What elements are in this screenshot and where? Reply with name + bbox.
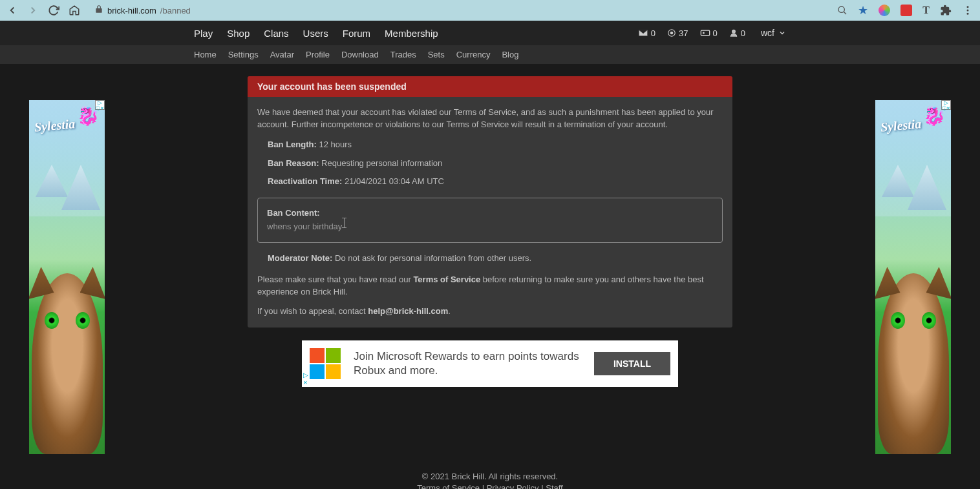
ban-reactivation-row: Reactivation Time: 21/04/2021 03:04 AM U… xyxy=(257,176,723,188)
appeal-email-link[interactable]: help@brick-hill.com xyxy=(368,306,448,316)
ban-content-value: whens your birthday xyxy=(267,222,342,231)
stat-friends-value: 0 xyxy=(741,28,745,38)
subnav-home[interactable]: Home xyxy=(194,50,217,59)
url-domain: brick-hill.com xyxy=(107,6,156,16)
ad-banner-text: Join Microsoft Rewards to earn points to… xyxy=(354,349,581,378)
ban-content-box: Ban Content: whens your birthday xyxy=(257,198,723,243)
chevron-down-icon xyxy=(778,29,786,37)
appeal-text: If you wish to appeal, contact help@bric… xyxy=(257,306,723,318)
subnav-download[interactable]: Download xyxy=(341,50,379,59)
stat-bits-value: 37 xyxy=(679,28,688,38)
ban-reason-label: Ban Reason: xyxy=(268,158,319,168)
nav-play[interactable]: Play xyxy=(194,28,213,39)
nav-forum[interactable]: Forum xyxy=(343,28,370,39)
nav-clans[interactable]: Clans xyxy=(264,28,288,39)
username-label: wcf xyxy=(761,28,774,38)
svg-point-0 xyxy=(838,6,844,12)
footer-staff-link[interactable]: Staff xyxy=(546,483,563,489)
ad-banner[interactable]: ▷✕ Join Microsoft Rewards to earn points… xyxy=(302,340,678,387)
ban-content-label: Ban Content: xyxy=(267,207,713,220)
browser-toolbar: brick-hill.com/banned ★ T xyxy=(0,0,980,21)
ban-reason-value: Requesting personal information xyxy=(319,158,442,168)
main-nav: Play Shop Clans Users Forum Membership 0… xyxy=(0,21,980,45)
url-bar[interactable]: brick-hill.com/banned xyxy=(94,5,829,16)
svg-point-2 xyxy=(967,10,969,12)
home-icon[interactable] xyxy=(69,5,80,16)
svg-point-5 xyxy=(670,32,674,35)
subnav-trades[interactable]: Trades xyxy=(390,50,416,59)
tos-link[interactable]: Terms of Service xyxy=(413,275,480,284)
extensions-icon[interactable] xyxy=(940,5,952,16)
subnav-avatar[interactable]: Avatar xyxy=(270,50,294,59)
extension-icon-2[interactable] xyxy=(900,5,912,16)
subnav-settings[interactable]: Settings xyxy=(228,50,259,59)
subnav-currency[interactable]: Currency xyxy=(456,50,491,59)
ban-reactivation-label: Reactivation Time: xyxy=(268,176,342,186)
reload-icon[interactable] xyxy=(48,5,59,16)
nav-membership[interactable]: Membership xyxy=(385,28,438,39)
tos-reminder: Please make sure that you have read our … xyxy=(257,274,723,298)
microsoft-logo-icon xyxy=(310,348,341,379)
svg-point-1 xyxy=(967,6,969,8)
ban-header: Your account has been suspended xyxy=(248,76,732,97)
ad-marker-icon[interactable]: ▷✕ xyxy=(303,371,308,386)
sub-nav: Home Settings Avatar Profile Download Tr… xyxy=(0,45,980,65)
stat-messages[interactable]: 0 xyxy=(638,28,655,38)
stat-bucks-value: 0 xyxy=(713,28,718,38)
subnav-profile[interactable]: Profile xyxy=(306,50,330,59)
footer-privacy-link[interactable]: Privacy Policy xyxy=(487,483,539,489)
forward-icon[interactable] xyxy=(27,5,39,16)
ban-length-label: Ban Length: xyxy=(268,140,317,149)
user-dropdown[interactable]: wcf xyxy=(761,28,786,38)
moderator-note-value: Do not ask for personal information from… xyxy=(332,253,531,263)
footer-tos-link[interactable]: Terms of Service xyxy=(417,483,480,489)
nav-users[interactable]: Users xyxy=(303,28,328,39)
ban-reason-row: Ban Reason: Requesting personal informat… xyxy=(257,158,723,170)
ban-intro-text: We have deemed that your account has vio… xyxy=(257,107,723,131)
stat-messages-value: 0 xyxy=(651,28,655,38)
ban-length-value: 12 hours xyxy=(317,140,352,149)
search-icon[interactable] xyxy=(837,5,847,16)
svg-point-3 xyxy=(967,13,969,15)
ban-reactivation-value: 21/04/2021 03:04 AM UTC xyxy=(342,176,444,186)
stat-bits[interactable]: 37 xyxy=(667,28,688,38)
stat-friends[interactable]: 0 xyxy=(729,28,745,38)
extension-icon-1[interactable] xyxy=(879,5,890,16)
ad-install-button[interactable]: INSTALL xyxy=(594,352,670,375)
bookmark-star-icon[interactable]: ★ xyxy=(858,3,868,17)
svg-rect-6 xyxy=(701,30,709,36)
subnav-sets[interactable]: Sets xyxy=(428,50,445,59)
footer-copyright: © 2021 Brick Hill. All rights reserved. xyxy=(0,471,980,483)
subnav-blog[interactable]: Blog xyxy=(502,50,518,59)
moderator-note-label: Moderator Note: xyxy=(268,253,332,263)
stat-bucks[interactable]: 0 xyxy=(700,28,718,38)
extension-icon-3[interactable]: T xyxy=(922,5,930,16)
menu-icon[interactable] xyxy=(962,5,974,16)
lock-icon xyxy=(94,5,103,16)
back-icon[interactable] xyxy=(6,5,18,16)
moderator-note-row: Moderator Note: Do not ask for personal … xyxy=(257,253,723,265)
svg-point-8 xyxy=(732,30,735,33)
ban-length-row: Ban Length: 12 hours xyxy=(257,139,723,151)
nav-shop[interactable]: Shop xyxy=(227,28,250,39)
url-path: /banned xyxy=(160,6,191,16)
footer: © 2021 Brick Hill. All rights reserved. … xyxy=(0,471,980,489)
ban-card: Your account has been suspended We have … xyxy=(248,76,732,328)
svg-rect-7 xyxy=(703,32,705,34)
